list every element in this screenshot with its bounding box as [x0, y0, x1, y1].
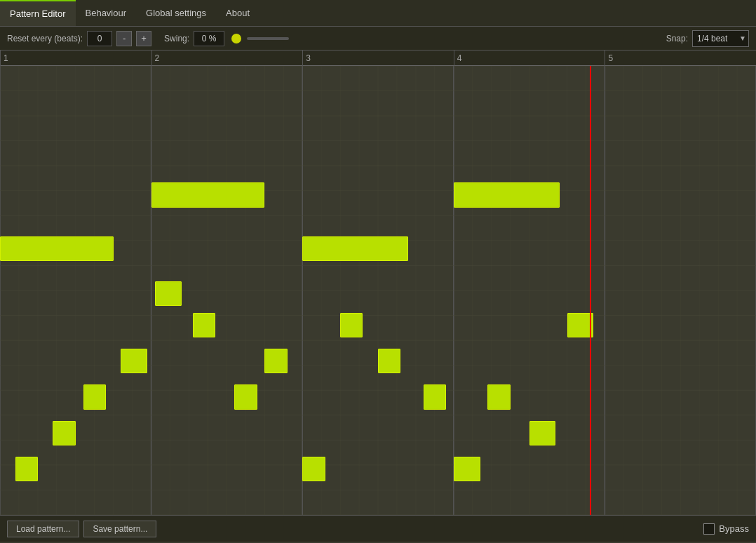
save-pattern-button[interactable]: Save pattern...: [83, 521, 156, 537]
swing-label: Swing:: [164, 34, 189, 43]
load-pattern-button[interactable]: Load pattern...: [7, 521, 79, 537]
note-block[interactable]: [302, 236, 408, 261]
note-block[interactable]: [193, 313, 215, 337]
note-block[interactable]: [302, 457, 325, 481]
note-block[interactable]: [378, 349, 400, 373]
note-block[interactable]: [15, 457, 38, 481]
swing-track[interactable]: [247, 37, 289, 40]
note-block[interactable]: [151, 182, 265, 207]
snap-wrapper: 1/16 beat 1/8 beat 1/4 beat 1/2 beat 1 b…: [692, 30, 749, 47]
note-block[interactable]: [567, 313, 594, 337]
playhead: [590, 66, 591, 515]
reset-label: Reset every (beats):: [7, 34, 83, 43]
note-block[interactable]: [155, 281, 182, 306]
bypass-wrap: Bypass: [703, 523, 749, 535]
beat-marker: 4: [454, 51, 462, 66]
menu-behaviour[interactable]: Behaviour: [76, 0, 137, 26]
note-block[interactable]: [83, 384, 106, 409]
note-block[interactable]: [454, 182, 560, 207]
beat-marker: 1: [0, 51, 8, 66]
note-block[interactable]: [487, 384, 510, 409]
beat-marker: 3: [302, 51, 311, 66]
menu-pattern-editor[interactable]: Pattern Editor: [0, 0, 76, 26]
menu-about[interactable]: About: [216, 0, 259, 26]
note-block[interactable]: [424, 384, 446, 409]
note-block[interactable]: [121, 349, 147, 373]
beat-marker: 5: [605, 51, 613, 66]
note-block[interactable]: [264, 349, 287, 373]
note-block[interactable]: [340, 313, 363, 337]
note-block[interactable]: [53, 421, 75, 445]
bypass-label: Bypass: [719, 523, 749, 534]
menu-bar: Pattern Editor Behaviour Global settings…: [0, 0, 756, 27]
snap-label: Snap:: [666, 34, 688, 43]
reset-input[interactable]: [87, 31, 112, 46]
bottom-bar: Load pattern... Save pattern... Bypass: [0, 515, 756, 542]
swing-dot: [231, 34, 241, 43]
increment-button[interactable]: +: [136, 31, 151, 46]
snap-select[interactable]: 1/16 beat 1/8 beat 1/4 beat 1/2 beat 1 b…: [692, 30, 749, 47]
toolbar: Reset every (beats): - + Swing: Snap: 1/…: [0, 27, 756, 51]
swing-input[interactable]: [194, 31, 224, 46]
note-block[interactable]: [234, 384, 257, 409]
bypass-checkbox[interactable]: [703, 523, 715, 535]
beat-marker: 2: [151, 51, 160, 66]
menu-global-settings[interactable]: Global settings: [136, 0, 216, 26]
grid-canvas[interactable]: [0, 66, 756, 515]
note-block[interactable]: [529, 421, 556, 445]
beat-ruler: 123456: [0, 51, 756, 66]
grid-container[interactable]: 123456: [0, 51, 756, 515]
note-block[interactable]: [0, 236, 114, 261]
decrement-button[interactable]: -: [116, 31, 132, 46]
note-block[interactable]: [454, 457, 480, 481]
